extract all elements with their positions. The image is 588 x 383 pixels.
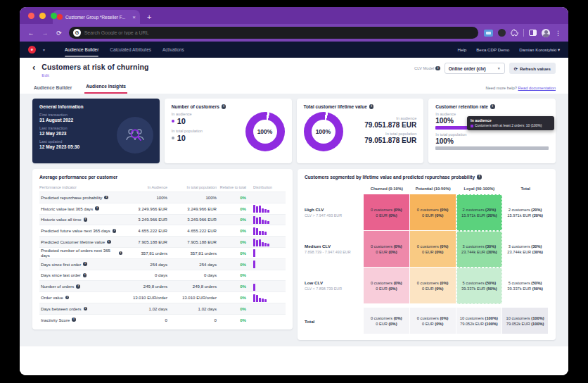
matrix-row-medium: Medium CLV7.898.739 - 7.947.493 EUR 0 cu… bbox=[305, 231, 549, 268]
refresh-values-button[interactable]: ⟳ Refresh values bbox=[509, 63, 556, 74]
extension-icon[interactable] bbox=[484, 30, 493, 37]
extension-circle-icon[interactable] bbox=[498, 29, 506, 37]
distribution-chart bbox=[246, 193, 284, 201]
info-icon[interactable]: i bbox=[477, 175, 482, 180]
info-icon[interactable]: i bbox=[113, 229, 117, 233]
profile-icon[interactable] bbox=[542, 29, 550, 37]
info-icon[interactable]: i bbox=[84, 307, 88, 311]
info-icon[interactable]: i bbox=[84, 218, 88, 222]
population-retention-bar bbox=[435, 146, 549, 150]
search-input[interactable] bbox=[84, 30, 474, 35]
help-link[interactable]: Help bbox=[457, 47, 466, 52]
zoom-window-button[interactable] bbox=[51, 13, 57, 19]
performance-table-card: Average performance per customer Perform… bbox=[32, 169, 293, 329]
page-tabs: Audience Builder Audience Insights Need … bbox=[32, 81, 556, 94]
info-icon[interactable]: i bbox=[65, 296, 70, 300]
audience-label: In audience bbox=[172, 112, 245, 116]
project-name[interactable]: Bexa CDP Demo bbox=[476, 47, 509, 52]
page: ‹ Customers at risk of churning Edit CLV… bbox=[20, 58, 568, 375]
distribution-chart bbox=[246, 238, 284, 246]
segment-cell[interactable]: 2 customers (20%)15.971k EUR (20%) bbox=[456, 194, 503, 231]
edit-link[interactable]: Edit bbox=[41, 73, 148, 77]
segment-cell[interactable]: 5 customers (50%)39.337k EUR (50%) bbox=[456, 268, 503, 304]
retention-tooltip: In audience Customers with at least 2 or… bbox=[467, 116, 554, 130]
app-navbar: e ▼ Audience Builder Calculated Attribut… bbox=[20, 42, 568, 58]
browser-tab[interactable]: Customer Group *Reseller F... × bbox=[53, 10, 140, 24]
card-title: Customer retention ratei bbox=[435, 104, 549, 109]
clv-donut-chart: 100% bbox=[304, 112, 343, 151]
info-icon[interactable]: i bbox=[76, 284, 80, 289]
info-icon[interactable]: i bbox=[83, 262, 87, 266]
legend-square-icon bbox=[471, 125, 473, 127]
logo-caret-icon[interactable]: ▼ bbox=[42, 48, 46, 52]
segmentation-card: Customers segmented by lifetime value an… bbox=[298, 169, 556, 340]
browser-action-icons: ⋮ bbox=[484, 29, 561, 37]
segment-cell[interactable]: 0 customers (0%)0 EUR (0%) bbox=[410, 268, 456, 304]
help-text: Need more help? Read documentation bbox=[485, 86, 556, 94]
tab-audience-insights[interactable]: Audience Insights bbox=[84, 81, 127, 94]
address-bar[interactable]: G bbox=[69, 27, 478, 39]
nav-item-calculated-attributes[interactable]: Calculated Attributes bbox=[110, 42, 151, 57]
customers-donut-chart: 100% bbox=[245, 112, 285, 151]
user-menu[interactable]: Damian Korostylski ▾ bbox=[519, 47, 560, 52]
info-icon[interactable]: i bbox=[95, 206, 99, 211]
table-row: Historic value all timei3.249.966 EUR3.2… bbox=[39, 214, 286, 225]
table-row: Predicted repurchase probabilityi100%100… bbox=[39, 192, 286, 203]
number-of-customers-card: Number of customersi In audience 10 In t… bbox=[165, 99, 292, 163]
info-icon[interactable]: i bbox=[107, 240, 111, 244]
forward-icon[interactable]: → bbox=[41, 30, 49, 37]
distribution-chart bbox=[246, 249, 284, 257]
segment-cell[interactable]: 0 customers (0%)0 EUR (0%) bbox=[364, 194, 410, 231]
info-icon[interactable]: i bbox=[104, 196, 108, 200]
distribution-chart bbox=[246, 304, 284, 313]
reload-icon[interactable]: ⟳ bbox=[55, 30, 63, 37]
back-icon[interactable]: ← bbox=[27, 30, 35, 37]
clv-model-select[interactable]: Online order (clv)▼ bbox=[445, 63, 505, 74]
back-chevron-icon[interactable]: ‹ bbox=[32, 63, 35, 72]
distribution-chart bbox=[246, 215, 284, 224]
minimize-window-button[interactable] bbox=[39, 13, 46, 19]
segment-cell[interactable]: 0 customers (0%)0 EUR (0%) bbox=[364, 268, 410, 304]
segment-cell[interactable]: 3 customers (30%)23.744k EUR (30%) bbox=[456, 231, 503, 268]
population-label: In total population bbox=[435, 132, 549, 137]
browser-menu-icon[interactable]: ⋮ bbox=[555, 30, 561, 37]
info-icon[interactable]: i bbox=[83, 273, 87, 277]
side-panel-icon[interactable] bbox=[529, 30, 537, 36]
info-icon[interactable]: i bbox=[222, 104, 226, 109]
tab-close-icon[interactable]: × bbox=[132, 14, 136, 20]
segment-cell[interactable]: 0 customers (0%)0 EUR (0%) bbox=[410, 231, 456, 268]
matrix-row-high: High CLVCLV > 7.947.493 EUR 0 customers … bbox=[305, 194, 549, 231]
documentation-link[interactable]: Read documentation bbox=[518, 86, 556, 90]
tooltip-text: Customers with at least 2 orders: 10 (10… bbox=[475, 124, 542, 127]
google-icon: G bbox=[73, 29, 81, 37]
app-logo[interactable]: e bbox=[28, 46, 36, 54]
page-footer bbox=[20, 346, 568, 375]
info-icon[interactable]: i bbox=[435, 66, 440, 71]
population-count: 10 bbox=[172, 134, 245, 142]
segment-cell-total: 2 customers (20%)15.971k EUR (20%) bbox=[502, 194, 549, 231]
audience-clv-value: 79.051.878 EUR bbox=[349, 121, 417, 129]
nav-item-activations[interactable]: Activations bbox=[162, 42, 184, 57]
table-row: Days between ordersi1,02 days1,02 days0% bbox=[39, 303, 286, 314]
tooltip-title: In audience bbox=[471, 118, 551, 123]
table-row: Predicted number of orders next 365 days… bbox=[39, 247, 286, 258]
total-clv-card: Total customer lifetime valuei 100% In a… bbox=[297, 99, 424, 163]
tab-title: Customer Group *Reseller F... bbox=[65, 15, 129, 20]
segment-cell[interactable]: 0 customers (0%)0 EUR (0%) bbox=[364, 231, 410, 268]
nav-item-audience-builder[interactable]: Audience Builder bbox=[65, 42, 98, 57]
card-title: Customers segmented by lifetime value an… bbox=[305, 175, 549, 180]
extensions-puzzle-icon[interactable] bbox=[511, 29, 518, 37]
info-icon[interactable]: i bbox=[369, 104, 374, 109]
close-window-button[interactable] bbox=[28, 13, 34, 19]
segment-cell-grand-total: 10 customers (100%)79.052k EUR (100%) bbox=[502, 308, 549, 334]
info-icon[interactable]: i bbox=[490, 104, 495, 109]
distribution-chart bbox=[246, 260, 284, 268]
info-icon[interactable]: i bbox=[72, 318, 76, 322]
new-tab-button[interactable]: + bbox=[147, 10, 151, 24]
table-row: Days since first orderi254 days254 days0… bbox=[39, 258, 286, 270]
population-clv-value: 79.051.878 EUR bbox=[349, 137, 417, 144]
table-row: Number of ordersi249,8 orders249,8 order… bbox=[39, 280, 286, 291]
tab-audience-builder[interactable]: Audience Builder bbox=[32, 82, 73, 94]
segment-cell[interactable]: 0 customers (0%)0 EUR (0%) bbox=[410, 194, 456, 231]
general-information-card: General Information First transaction 31… bbox=[32, 99, 160, 163]
